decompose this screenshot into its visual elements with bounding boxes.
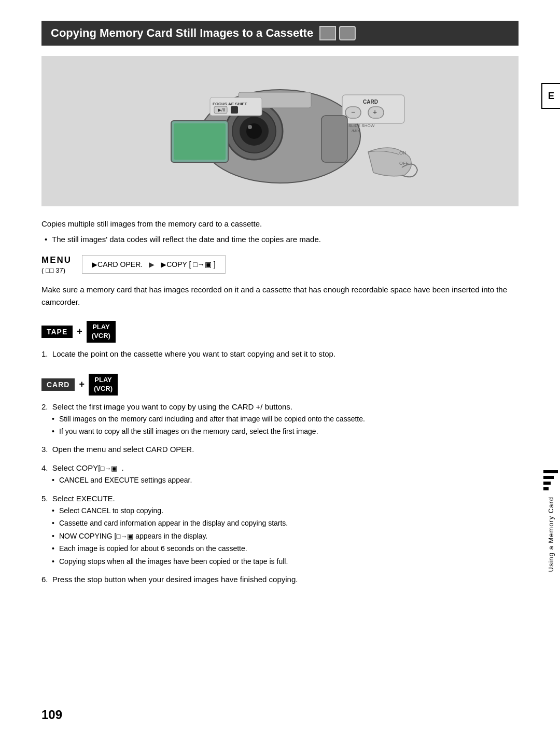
step-1: 1. Locate the point on the cassette wher…	[41, 348, 519, 360]
mode-badge-1: TAPE + PLAY (VCR)	[41, 321, 116, 343]
badge-play-line2: (VCR)	[92, 332, 110, 340]
badge-card: CARD	[41, 378, 75, 391]
step-4-bullet-1: CANCEL and EXECUTE settings appear.	[41, 474, 519, 486]
svg-rect-17	[321, 116, 347, 162]
step-5-bullet-4: Each image is copied for about 6 seconds…	[41, 543, 519, 554]
side-bar-4	[543, 487, 549, 490]
step-4-content: Select COPY[□→▣ .	[52, 463, 124, 472]
badge-plus-2: +	[79, 379, 85, 390]
step-2-number: 2.	[41, 402, 48, 411]
step-3-number: 3.	[41, 445, 48, 454]
svg-text:FOCUS  AE SHIFT: FOCUS AE SHIFT	[213, 102, 247, 106]
step-5-text: 5. Select EXECUTE.	[41, 492, 519, 505]
camera-svg: CARD − + SLIDE SHOW /MIX FOCUS AE SHIFT …	[119, 64, 441, 199]
svg-text:−: −	[351, 108, 355, 116]
menu-chain-arrow: ▶	[149, 260, 155, 269]
svg-text:SLIDE SHOW: SLIDE SHOW	[348, 123, 375, 128]
svg-text:+: +	[373, 108, 377, 116]
step-6-number: 6.	[41, 575, 48, 584]
step-2: 2. Select the first image you want to co…	[41, 401, 519, 437]
side-text: Using a Memory Card	[547, 497, 555, 572]
step-2-content: Select the first image you want to copy …	[52, 402, 292, 411]
step-5-number: 5.	[41, 494, 48, 503]
step-5-bullet-3: NOW COPYING [□→▣ appears in the display.	[41, 530, 519, 542]
step-4: 4. Select COPY[□→▣ . CANCEL and EXECUTE …	[41, 462, 519, 486]
step-5-content: Select EXECUTE.	[52, 494, 115, 503]
menu-chain: ▶CARD OPER. ▶ ▶COPY [ □→▣ ]	[82, 255, 225, 274]
svg-text:CARD: CARD	[363, 99, 378, 105]
step-1-content: Locate the point on the cassette where y…	[52, 349, 335, 358]
step-3: 3. Open the menu and select CARD OPER.	[41, 443, 519, 456]
step-2-text: 2. Select the first image you want to co…	[41, 401, 519, 413]
menu-ref: ( □□ 37)	[41, 266, 65, 274]
badge-play2-line2: (VCR)	[94, 385, 113, 392]
step-6: 6. Press the stop button when your desir…	[41, 573, 519, 586]
mode-badge-2: CARD + PLAY (VCR)	[41, 374, 118, 396]
svg-rect-16	[174, 123, 226, 160]
svg-text:▶/II: ▶/II	[218, 107, 226, 112]
intro-bullet1: The still images' data codes will reflec…	[41, 233, 519, 246]
badge-play2-line1: PLAY	[94, 376, 111, 384]
badge-tape: TAPE	[41, 326, 73, 338]
step-4-text: 4. Select COPY[□→▣ .	[41, 462, 519, 474]
camera-icon	[339, 26, 356, 40]
camera-illustration-area: CARD − + SLIDE SHOW /MIX FOCUS AE SHIFT …	[41, 56, 519, 206]
menu-label: MENU	[41, 255, 72, 265]
page-number: 109	[41, 708, 62, 722]
step-5-bullet-1: Select CANCEL to stop copying.	[41, 505, 519, 516]
card-icon	[319, 26, 336, 40]
side-bars	[543, 470, 558, 490]
step-1-number: 1.	[41, 349, 48, 358]
menu-label-block: MENU ( □□ 37)	[41, 255, 72, 274]
step-5-bullet-5: Copying stops when all the images have b…	[41, 556, 519, 567]
step-6-content: Press the stop button when your desired …	[52, 575, 298, 584]
badge-play-line1: PLAY	[92, 323, 109, 331]
side-label-area: Using a Memory Card	[541, 470, 560, 572]
intro-line1: Copies multiple still images from the me…	[41, 218, 519, 230]
tab-e: E	[541, 83, 560, 109]
svg-point-5	[248, 125, 252, 129]
menu-chain-item-2: ▶COPY [ □→▣ ]	[157, 260, 219, 269]
step-2-bullet-1: Still images on the memory card includin…	[41, 413, 519, 425]
tab-e-label: E	[548, 91, 554, 102]
svg-rect-22	[231, 106, 238, 114]
make-sure-text: Make sure a memory card that has images …	[41, 284, 519, 308]
header-icons	[319, 26, 356, 40]
page-header: Copying Memory Card Still Images to a Ca…	[41, 21, 519, 46]
step-5-bullet-2: Cassette and card information appear in …	[41, 517, 519, 529]
menu-section: MENU ( □□ 37) ▶CARD OPER. ▶ ▶COPY [ □→▣ …	[41, 255, 519, 274]
step-4-number: 4.	[41, 463, 48, 472]
header-title: Copying Memory Card Still Images to a Ca…	[51, 26, 313, 40]
badge-play-2: PLAY (VCR)	[89, 374, 118, 396]
side-bar-1	[543, 470, 558, 473]
menu-chain-item-1: ▶CARD OPER.	[88, 260, 147, 269]
step-3-text: 3. Open the menu and select CARD OPER.	[41, 443, 519, 456]
svg-text:ON: ON	[399, 150, 407, 156]
step-1-text: 1. Locate the point on the cassette wher…	[41, 348, 519, 360]
step-5: 5. Select EXECUTE. Select CANCEL to stop…	[41, 492, 519, 567]
badge-play-1: PLAY (VCR)	[87, 321, 116, 343]
side-bar-2	[543, 476, 554, 479]
step-3-content: Open the menu and select CARD OPER.	[52, 445, 194, 454]
step-6-text: 6. Press the stop button when your desir…	[41, 573, 519, 586]
badge-plus-1: +	[77, 326, 82, 337]
step-2-bullet-2: If you want to copy all the still images…	[41, 426, 519, 437]
page-container: E Using a Memory Card Copying Memory Car…	[0, 0, 560, 748]
side-bar-3	[543, 482, 551, 485]
svg-text:/MIX: /MIX	[352, 129, 360, 133]
